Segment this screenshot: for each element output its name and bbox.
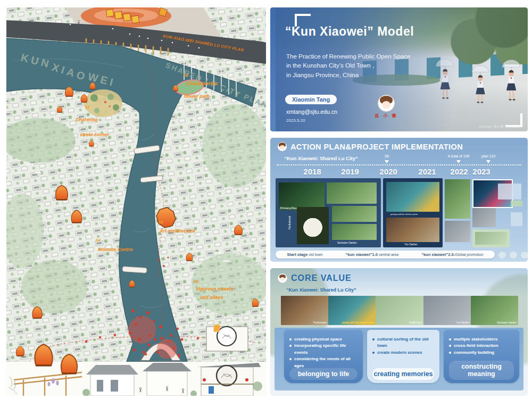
stage-2-0: “kun xiaowei”2.0-Global promotion xyxy=(421,252,483,257)
photo-garden-2 xyxy=(332,206,377,222)
photo-label: Huaqi Lane xyxy=(409,321,422,324)
stage-rest: old town xyxy=(307,253,322,256)
marker-arrow xyxy=(486,160,491,163)
slide-header: CORE VALUE xyxy=(278,273,352,283)
timeline-dotted-line xyxy=(277,164,521,165)
svg-text:03: 03 xyxy=(159,220,163,225)
author-badge: Xiaomin Tang xyxy=(285,95,337,104)
svg-text:street corner: street corner xyxy=(80,132,110,137)
card-bullets: creating physical space incorporating sp… xyxy=(289,336,359,369)
slide-subtitle: “Kun Xiaowei: Shared Lu City” xyxy=(286,287,356,293)
stage-rest: Global promotion xyxy=(455,253,483,256)
stage-ovals xyxy=(498,251,528,259)
bullet: cross-field interaction xyxy=(449,343,515,349)
svg-text:Art architecture: Art architecture xyxy=(159,228,195,234)
subtitle-line-1: The Practice of Renewing Public Open Spa… xyxy=(286,52,410,61)
photo-seclusion-garden xyxy=(332,224,377,240)
bullet: multiple stakeholders xyxy=(449,336,515,343)
value-card-belonging: creating physical space incorporating sp… xyxy=(284,330,363,383)
slide-title: “Kun Xiaowei” Model xyxy=(285,24,414,39)
photo-label: Seclusion Garden xyxy=(497,321,517,324)
stage-bold: Start stage xyxy=(287,252,308,257)
photo-2022-street xyxy=(472,208,496,227)
year-2022: 2022 xyxy=(450,167,468,176)
photo-2023-panel xyxy=(472,229,510,247)
photo-label: young and fun street corner xyxy=(390,213,418,215)
mascot-face-icon xyxy=(378,95,395,112)
year-2020: 2020 xyxy=(379,167,397,176)
svg-text:and alleys: and alleys xyxy=(200,295,223,300)
photo-label: Zhihetang River xyxy=(280,207,297,210)
card-bullets: multiple stakeholders cross-field intera… xyxy=(449,336,515,356)
photo-2021-street xyxy=(445,221,470,242)
placeholder-box xyxy=(498,184,521,200)
logo-text: 昆 小 薇 xyxy=(371,113,401,119)
core-value-slide: CORE VALUE “Kun Xiaowei: Shared Lu City”… xyxy=(270,268,528,396)
svg-text:Characteristic: Characteristic xyxy=(186,81,218,86)
svg-text:flower path: flower path xyxy=(184,94,210,99)
stage-start: Start stage old town xyxy=(287,252,323,257)
subtitle-line-3: in Jiangsu Province, China xyxy=(286,71,410,80)
photo-fuchunyuan-moongate xyxy=(297,207,329,244)
slide-date: 2023.5.20 xyxy=(286,118,305,123)
slide-header-title: ACTION PLAN&PROJECT IMPLEMENTATION xyxy=(290,143,463,151)
photo-strip: Fuchunyuan young and fun street corner H… xyxy=(281,296,518,325)
year-2018: 2018 xyxy=(303,167,321,176)
slide-subtitle: The Practice of Renewing Public Open Spa… xyxy=(286,52,410,80)
svg-text:01: 01 xyxy=(85,105,90,110)
marker-arrow xyxy=(385,160,389,163)
stage-bold: “kun xiaowei”2.0- xyxy=(421,252,455,257)
photo-seclusion-garden: Seclusion Garden xyxy=(471,296,518,325)
bullet: incorporating specific life events xyxy=(289,343,359,356)
svg-text:Intimate Centre: Intimate Centre xyxy=(98,247,133,252)
timeline-marker-110: plan 110 xyxy=(481,154,495,158)
poster-canvas: KUN XIAO WEI SHARED LU CITY PLAN KUN-XIA… xyxy=(0,0,532,399)
photo-huaqi-lane: Huaqi Lane xyxy=(376,296,423,325)
card-bullets: cultural sorting of the old town create … xyxy=(372,336,435,356)
photo-fuchunyuan: Fuchunyuan xyxy=(281,296,328,325)
bullet: considering the needs of all ages xyxy=(289,356,359,369)
photo-2021-garden xyxy=(445,179,470,219)
label-chip xyxy=(511,201,522,206)
slide-header-title: CORE VALUE xyxy=(291,273,352,283)
collage-panel-2018-2019: Zhihetang River Fuchunyuan Seclusion Gar… xyxy=(276,178,381,247)
action-plan-slide: ACTION PLAN&PROJECT IMPLEMENTATION “Kun … xyxy=(270,138,528,262)
title-slide: “Kun Xiaowei” Model The Practice of Rene… xyxy=(270,7,528,131)
photo-label: young and fun street corner xyxy=(342,321,374,324)
stage-bar: Start stage old town “kun xiaowei”1.0 ce… xyxy=(276,251,495,259)
photo-label: Fuchunyuan xyxy=(313,321,327,324)
photo-zhihetang-river: Zhihetang River xyxy=(279,182,325,210)
photo-label: Yun Garden xyxy=(456,321,469,324)
stage-rest: central area xyxy=(378,253,398,256)
svg-text:02: 02 xyxy=(184,73,188,78)
collage-panel-2020: young and fun street corner Yun Garden xyxy=(383,178,443,247)
slide-header: ACTION PLAN&PROJECT IMPLEMENTATION xyxy=(278,142,463,151)
masterplan-map: KUN XIAO WEI SHARED LU CITY PLAN KUN-XIA… xyxy=(6,7,266,396)
photo-garden xyxy=(327,182,377,204)
bullet: community building xyxy=(449,350,515,356)
bullet: creating physical space xyxy=(289,336,359,343)
svg-text:Vigorous streets: Vigorous streets xyxy=(196,286,234,292)
stage-1-0: “kun xiaowei”1.0 central area xyxy=(346,252,398,257)
kunxiaowei-logo: 昆 小 薇 xyxy=(371,95,401,119)
marker-arrow xyxy=(456,160,461,163)
photo-yun-garden: Yun Garden xyxy=(423,296,471,325)
map-street-scene xyxy=(6,362,266,396)
mascot-face-icon xyxy=(278,273,287,283)
photo-wall-art xyxy=(475,232,507,245)
bullet: cultural sorting of the old town xyxy=(372,336,435,350)
svg-text:Charming: Charming xyxy=(76,117,98,122)
left-accent-bar xyxy=(270,7,276,131)
year-2023: 2023 xyxy=(472,167,490,176)
card-footer: creating memories xyxy=(372,368,434,380)
timeline-marker-199: A total of 199 xyxy=(448,154,470,158)
photo-label: Seclusion Garden xyxy=(337,242,357,244)
placeholder-box xyxy=(511,212,522,226)
year-2021: 2021 xyxy=(418,167,436,176)
mascot-face-icon xyxy=(278,142,287,151)
timeline-marker-98: 98 xyxy=(385,154,389,158)
photo-street-corner xyxy=(386,182,439,212)
photo-yun-garden xyxy=(386,218,439,242)
photo-label: Yun Garden xyxy=(404,243,418,246)
value-card-meaning: multiple stakeholders cross-field intera… xyxy=(444,330,519,383)
